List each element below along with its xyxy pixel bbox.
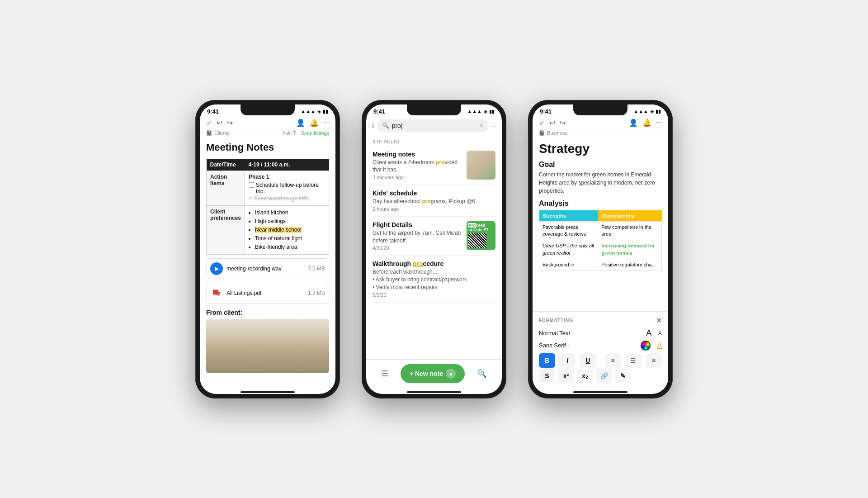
result-time-2: 2 hours ago (373, 206, 495, 212)
phase-label: Phase 1 (249, 174, 325, 180)
italic-button[interactable]: I (559, 353, 576, 368)
checkbox-1[interactable] (249, 182, 254, 188)
breadcrumb-3: 📓 Business (533, 129, 668, 138)
result-time-4: 5/9/20 (373, 292, 495, 298)
home-bar-3 (573, 391, 627, 393)
fmt-row2: S x² x₂ 🔗 ✎ (539, 369, 662, 383)
open-listings-link[interactable]: Open listings (300, 130, 329, 136)
swot-row-3: Background in Positive regulatory cha... (539, 259, 662, 271)
note-title-1: Meeting Notes (206, 142, 329, 153)
time-3: 9:41 (540, 108, 552, 115)
toolbar-3: ✓ ↩ ↪ 👤 🔔 ··· (533, 117, 668, 129)
chevron-sans-icon: › (568, 342, 570, 349)
goal-section: Goal Corner the market for green homes i… (539, 161, 662, 195)
result-item-4[interactable]: Walkthrough procedure Before each walkth… (373, 256, 495, 302)
align-center-button[interactable]: ☰ (625, 353, 642, 368)
back-button[interactable]: ‹ (372, 120, 375, 131)
underline-button[interactable]: U (580, 353, 596, 368)
table-row-action: Action Items Phase 1 Schedule follow-up … (207, 171, 329, 205)
attachment-pdf[interactable]: ⛟ All Listings.pdf 1.2 MB (206, 283, 329, 304)
breadcrumb-1: 📓 Clients Yuki T. Open listings (200, 129, 335, 138)
text-small-icon[interactable]: A (658, 330, 662, 337)
undo-icon[interactable]: ↩ (217, 119, 222, 127)
redo-icon[interactable]: ↪ (227, 119, 233, 127)
align-right-button[interactable]: ≡ (646, 353, 662, 368)
signal-icon-2: ▲▲▲ (467, 109, 482, 114)
result-item-3[interactable]: Flight Details Get to the airport by 7am… (373, 217, 495, 256)
clear-icon[interactable]: ✕ (479, 122, 484, 129)
result-thumb-3: Proceedto Gate E7 (467, 221, 495, 250)
checkbox-item-1: Schedule follow-up before trip. (249, 182, 325, 194)
bold-button[interactable]: B (539, 353, 555, 368)
search-bottom-icon[interactable]: 🔍 (477, 369, 487, 379)
bell-icon-3[interactable]: 🔔 (642, 119, 651, 127)
signal-icon: ▲▲▲ (301, 109, 316, 114)
client-photo (206, 319, 329, 373)
bullet-2: High ceilings (255, 217, 325, 226)
fmt-normal-text[interactable]: Normal Text › (539, 330, 646, 337)
notebook-icon: 📓 (206, 130, 212, 136)
battery-icon-3: ▮▮ (656, 109, 661, 114)
new-note-label: + New note (410, 370, 443, 377)
hamburger-icon[interactable]: ☰ (381, 369, 388, 379)
formatting-panel: FORMATTING ✕ Normal Text › A A (533, 311, 668, 389)
new-note-button[interactable]: + New note ▲ (401, 364, 465, 383)
result-item-1[interactable]: Meeting notes Client wants a 2-bedroom p… (373, 146, 495, 185)
person-icon-3[interactable]: 👤 (629, 119, 638, 127)
action-items-content: Phase 1 Schedule follow-up before trip. … (245, 171, 329, 205)
search-input[interactable]: pro| (392, 122, 476, 129)
strikethrough-button[interactable]: S (539, 369, 555, 383)
swot-s1: Favorable press coverage & reviews | (539, 221, 598, 240)
search-bar-row: ‹ 🔍 pro| ✕ ··· (366, 117, 502, 135)
text-large-icon[interactable]: A (646, 328, 651, 338)
swot-row-1: Favorable press coverage & reviews | Few… (539, 221, 662, 240)
notebook-icon-3: 📓 (539, 130, 545, 136)
attachment-wav[interactable]: ▶ meeting-recording.wav 7.5 MB (206, 258, 329, 279)
analysis-heading: Analysis (539, 199, 662, 208)
battery-icon-2: ▮▮ (489, 109, 495, 114)
fmt-close-button[interactable]: ✕ (656, 316, 662, 325)
breadcrumb-label-3: Business (547, 130, 567, 136)
strategy-title: Strategy (539, 142, 662, 156)
more-icon-3[interactable]: ··· (656, 119, 662, 127)
checkmark-icon[interactable]: ✓ (206, 119, 212, 127)
status-icons-2: ▲▲▲ ◈ ▮▮ (467, 109, 495, 114)
result-item-2[interactable]: Kids' schedule Ray has afterschool progr… (373, 185, 495, 217)
result-snippet-1: Client wants a 2-bedroom provided that i… (373, 159, 462, 174)
color-picker-icon[interactable] (641, 341, 651, 351)
result-title-4: Walkthrough procedure (373, 260, 495, 267)
text-color-icon[interactable]: A (657, 341, 662, 350)
checkmark-icon-3[interactable]: ✓ (539, 119, 545, 127)
person-icon[interactable]: 👤 (296, 119, 305, 127)
scene: 9:41 ▲▲▲ ◈ ▮▮ ✓ ↩ ↪ 👤 🔔 ··· (0, 0, 868, 498)
align-left-button[interactable]: ≡ (605, 353, 621, 368)
fmt-sans-serif[interactable]: Sans Serif › (539, 342, 641, 349)
result-thumb-1 (467, 151, 495, 180)
search-box[interactable]: 🔍 pro| ✕ (377, 119, 489, 132)
result-time-1: 3 minutes ago (373, 175, 462, 180)
more-options-icon[interactable]: ··· (491, 122, 496, 129)
content-1: Meeting Notes Date/Time 4-19 / 11:00 a.m… (200, 138, 335, 389)
redo-icon-3[interactable]: ↪ (560, 119, 566, 127)
time-1: 9:41 (207, 108, 219, 115)
link-button[interactable]: 🔗 (596, 369, 612, 383)
swot-col2-header: Opportunities (598, 210, 662, 222)
status-icons-3: ▲▲▲ ◈ ▮▮ (633, 109, 661, 114)
check-icon-2: ✓ (249, 195, 252, 200)
result-snippet-4: Before each walkthrough... • Ask buyer t… (373, 268, 495, 291)
superscript-button[interactable]: x² (558, 369, 574, 383)
results-count: 4 RESULTS (366, 135, 502, 146)
bell-icon[interactable]: 🔔 (310, 119, 319, 127)
format-clear-button[interactable]: ✎ (615, 369, 631, 383)
attach-pdf-size: 1.2 MB (308, 290, 325, 296)
more-icon[interactable]: ··· (323, 119, 329, 127)
preferences-label: Clientpreferences (207, 205, 245, 255)
normal-text-label: Normal Text (539, 330, 570, 337)
swot-row-2: Clear USP - the only all green realtor I… (539, 240, 662, 259)
user-label: Yuki T. (282, 130, 297, 136)
subscript-button[interactable]: x₂ (577, 369, 593, 383)
undo-icon-3[interactable]: ↩ (549, 119, 555, 127)
result-title-3: Flight Details (373, 221, 462, 228)
swot-o1: Few competitors in the area (598, 221, 662, 240)
result-text-1: Meeting notes Client wants a 2-bedroom p… (373, 151, 462, 180)
